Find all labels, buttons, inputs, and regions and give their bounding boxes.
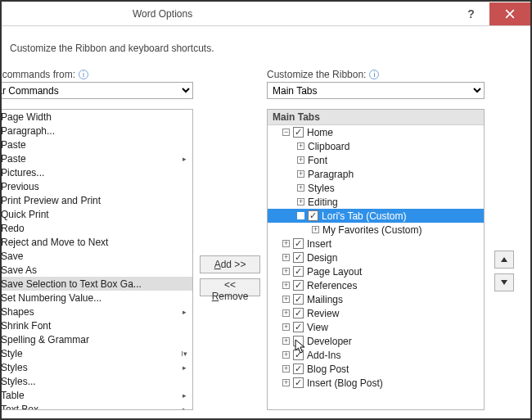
list-item[interactable]: Quick Print bbox=[0, 207, 192, 221]
checkbox[interactable] bbox=[293, 336, 304, 346]
triangle-down-icon bbox=[500, 278, 508, 287]
collapse-icon[interactable]: − bbox=[282, 129, 290, 136]
checkbox[interactable] bbox=[293, 322, 304, 332]
tree-row[interactable]: +Styles bbox=[268, 181, 484, 195]
list-item[interactable]: Reject and Move to Next bbox=[0, 235, 192, 249]
expand-icon[interactable]: + bbox=[312, 226, 319, 233]
checkbox[interactable] bbox=[293, 308, 304, 318]
tree-row[interactable]: +My Favorites (Custom) bbox=[268, 223, 484, 237]
tree-row-label: Styles bbox=[308, 183, 335, 194]
tree-row-label: View bbox=[307, 322, 328, 333]
tree-row-label: Lori's Tab (Custom) bbox=[322, 210, 406, 222]
expand-icon[interactable]: + bbox=[297, 184, 304, 192]
tree-row[interactable]: +Insert (Blog Post) bbox=[268, 376, 484, 390]
expand-icon[interactable]: + bbox=[282, 240, 290, 247]
list-item-label: Save bbox=[1, 251, 23, 262]
tree-row-label: Editing bbox=[308, 196, 338, 208]
ribbon-tree[interactable]: Main Tabs −Home+Clipboard+Font+Paragraph… bbox=[267, 109, 485, 410]
list-item[interactable]: Print Preview and Print bbox=[0, 193, 192, 207]
tree-row[interactable]: +Editing bbox=[268, 195, 484, 209]
expand-icon[interactable]: + bbox=[297, 156, 304, 164]
checkbox[interactable] bbox=[293, 266, 304, 277]
checkbox[interactable] bbox=[293, 364, 304, 374]
choose-commands-combo[interactable]: ular Commands bbox=[0, 82, 193, 99]
list-item[interactable]: Set Numbering Value... bbox=[0, 291, 192, 305]
info-icon[interactable]: i bbox=[79, 70, 88, 79]
customize-ribbon-combo[interactable]: Main Tabs bbox=[267, 82, 485, 99]
list-item[interactable]: Text Box▸ bbox=[0, 402, 192, 409]
expand-icon[interactable]: + bbox=[282, 296, 290, 303]
checkbox[interactable] bbox=[293, 238, 304, 249]
tree-row[interactable]: −Lori's Tab (Custom) bbox=[268, 209, 484, 223]
list-item[interactable]: Paste bbox=[0, 138, 192, 151]
checkbox[interactable] bbox=[293, 350, 304, 360]
tree-row[interactable]: +Blog Post bbox=[268, 362, 484, 376]
transfer-buttons: Add >> << Remove bbox=[201, 69, 259, 296]
submenu-arrow-icon: ▸ bbox=[179, 364, 189, 372]
list-item[interactable]: Save As bbox=[0, 263, 192, 277]
titlebar: Word Options ? bbox=[2, 2, 530, 26]
collapse-icon[interactable]: − bbox=[297, 212, 304, 219]
expand-icon[interactable]: + bbox=[282, 268, 290, 275]
checkbox[interactable] bbox=[293, 127, 304, 138]
checkbox[interactable] bbox=[293, 280, 304, 291]
tree-row[interactable]: +Developer bbox=[268, 334, 484, 348]
expand-icon[interactable]: + bbox=[282, 365, 290, 373]
tree-row[interactable]: +Font bbox=[268, 153, 484, 167]
tree-row[interactable]: +References bbox=[268, 278, 484, 292]
expand-icon[interactable]: + bbox=[282, 282, 290, 289]
list-item[interactable]: StyleI▾ bbox=[0, 346, 192, 360]
commands-listbox[interactable]: Page WidthParagraph...PastePaste▸Picture… bbox=[0, 109, 193, 410]
tree-row[interactable]: +Add-Ins bbox=[268, 348, 484, 362]
list-item[interactable]: Shapes▸ bbox=[0, 305, 192, 318]
list-item[interactable]: Save Selection to Text Box Ga... bbox=[0, 277, 192, 291]
page-subtitle: Customize the Ribbon and keyboard shortc… bbox=[10, 43, 516, 54]
list-item[interactable]: Pictures... bbox=[0, 165, 192, 179]
list-item[interactable]: Shrink Font bbox=[0, 318, 192, 332]
list-item[interactable]: Styles... bbox=[0, 374, 192, 388]
list-item[interactable]: Spelling & Grammar bbox=[0, 332, 192, 346]
move-down-button[interactable] bbox=[494, 273, 514, 291]
checkbox[interactable] bbox=[293, 252, 304, 263]
tree-row[interactable]: +View bbox=[268, 320, 484, 334]
expand-icon[interactable]: + bbox=[282, 254, 290, 261]
list-item[interactable]: Page Width bbox=[0, 110, 192, 124]
expand-icon[interactable]: + bbox=[282, 323, 290, 331]
move-up-button[interactable] bbox=[494, 251, 514, 269]
expand-icon[interactable]: + bbox=[282, 309, 290, 317]
list-item-label: Shrink Font bbox=[1, 320, 51, 332]
add-button[interactable]: Add >> bbox=[200, 255, 260, 273]
expand-icon[interactable]: + bbox=[297, 170, 304, 178]
list-item[interactable]: Styles▸ bbox=[0, 360, 192, 374]
list-item[interactable]: Previous bbox=[0, 179, 192, 193]
expand-icon[interactable]: + bbox=[297, 142, 304, 150]
checkbox[interactable] bbox=[293, 377, 304, 388]
tree-row[interactable]: +Design bbox=[268, 251, 484, 264]
remove-button[interactable]: << Remove bbox=[200, 278, 260, 296]
tree-row[interactable]: −Home bbox=[268, 125, 484, 139]
list-item[interactable]: Paste▸ bbox=[0, 151, 192, 165]
tree-row[interactable]: +Page Layout bbox=[268, 264, 484, 278]
expand-icon[interactable]: + bbox=[297, 198, 304, 205]
expand-icon[interactable]: + bbox=[282, 337, 290, 345]
list-item[interactable]: Redo bbox=[0, 221, 192, 235]
expand-icon[interactable]: + bbox=[282, 351, 290, 359]
expand-icon[interactable]: + bbox=[282, 379, 290, 386]
checkbox[interactable] bbox=[293, 294, 304, 305]
close-button[interactable] bbox=[489, 2, 530, 25]
tree-row[interactable]: +Review bbox=[268, 306, 484, 320]
checkbox[interactable] bbox=[308, 210, 318, 221]
list-item[interactable]: Save bbox=[0, 249, 192, 263]
tree-row-label: My Favorites (Custom) bbox=[322, 224, 422, 236]
list-item-label: Style bbox=[1, 348, 23, 359]
tree-row[interactable]: +Clipboard bbox=[268, 139, 484, 153]
tree-row[interactable]: +Insert bbox=[268, 237, 484, 251]
tree-row[interactable]: +Paragraph bbox=[268, 167, 484, 181]
help-button[interactable]: ? bbox=[453, 2, 489, 25]
info-icon[interactable]: i bbox=[369, 70, 379, 79]
list-item[interactable]: Paragraph... bbox=[0, 124, 192, 138]
tree-row[interactable]: +Mailings bbox=[268, 292, 484, 306]
list-item-label: Pictures... bbox=[1, 167, 44, 178]
list-item-label: Print Preview and Print bbox=[1, 195, 101, 206]
list-item[interactable]: Table▸ bbox=[0, 388, 192, 402]
